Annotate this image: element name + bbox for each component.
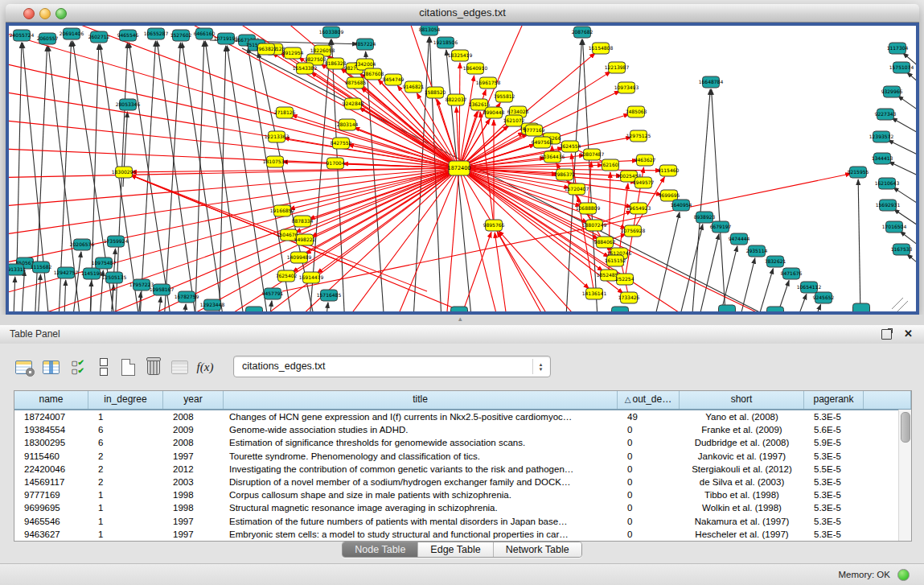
column-header-out_de[interactable]: △out_de… — [618, 391, 680, 409]
table-row[interactable]: 1872400712008Changes of HCN gene express… — [14, 410, 899, 423]
column-header-label: year — [183, 393, 202, 405]
graph-node[interactable] — [767, 307, 784, 312]
graph-node-label: 2718126 — [274, 109, 296, 115]
graph-edge — [162, 43, 180, 312]
graph-node-label: 2060557 — [37, 35, 59, 41]
graph-edge — [443, 168, 459, 312]
window-title: citations_edges.txt — [6, 6, 919, 19]
table-row[interactable]: 2242004622012Investigating the contribut… — [14, 463, 899, 476]
vertical-scrollbar[interactable] — [898, 410, 911, 541]
graph-node-label: 1949577 — [633, 179, 655, 185]
table-cell: 6 — [88, 423, 163, 436]
new-column-button[interactable] — [117, 356, 138, 377]
scrollbar-thumb[interactable] — [901, 412, 910, 443]
table-row[interactable]: 1938455462009Genome-wide association stu… — [14, 423, 899, 436]
graph-edge — [9, 114, 459, 168]
graph-node-label: 15716485 — [317, 292, 342, 298]
graph-node[interactable] — [451, 307, 468, 312]
table-row[interactable]: 946554611997Estimation of the future num… — [14, 515, 899, 528]
table-cell: Disruption of a novel member of a sodium… — [224, 476, 618, 488]
table-settings-button[interactable] — [13, 356, 34, 377]
panel-divider[interactable]: ▴ — [0, 315, 924, 325]
graph-edge — [892, 117, 916, 146]
graph-node-label: 9457791 — [262, 290, 284, 296]
graph-node[interactable] — [246, 307, 263, 312]
graph-edge — [73, 252, 81, 312]
table-selector-value: citations_edges.txt — [242, 360, 326, 372]
table-row[interactable]: 1456911722003Disruption of a novel membe… — [14, 476, 899, 488]
graph-node-label: 18300295 — [112, 169, 137, 175]
table-cell: 22420046 — [14, 463, 88, 476]
graph-node[interactable] — [719, 305, 736, 312]
column-header-title[interactable]: title — [224, 391, 618, 409]
sort-ascending-icon: △ — [625, 395, 631, 404]
table-row[interactable]: 946362711997Embryonic stem cells: a mode… — [14, 528, 899, 541]
table-cell: 9777169 — [14, 488, 88, 501]
table-cell: Franke et al. (2009) — [680, 423, 804, 436]
graph-node-label: 6679197 — [710, 224, 732, 229]
graph-node[interactable] — [612, 307, 629, 312]
column-header-name[interactable]: name — [14, 391, 88, 409]
close-panel-icon[interactable]: ✕ — [904, 328, 913, 340]
table-cell: 0 — [618, 436, 680, 449]
table-cell: 5.3E-5 — [804, 410, 864, 423]
show-columns-button[interactable]: ▢✔▢✔ — [68, 356, 88, 377]
table-cell: 2008 — [163, 436, 224, 449]
graph-node-label: 1733426 — [618, 295, 640, 300]
table-cell: Genome-wide association studies in ADHD. — [224, 423, 618, 436]
table-panel-header: Table Panel ✕ — [0, 325, 924, 344]
graph-node-label: 1588520 — [425, 89, 446, 95]
table-row[interactable]: 1830029562008Estimation of significance … — [14, 436, 899, 449]
table-cell: 9465546 — [14, 515, 88, 528]
table-row[interactable]: 977716911998Corpus callosum shape and si… — [14, 488, 899, 501]
float-panel-icon[interactable] — [881, 329, 892, 340]
graph-node-label: 1344413 — [872, 155, 893, 161]
graph-node-label: 12393572 — [869, 134, 894, 139]
graph-node-label: 2867608 — [363, 71, 384, 76]
application: citations_edges.txt 18724009660128891295… — [0, 0, 924, 585]
function-builder-button[interactable]: f(x) — [195, 356, 216, 377]
graph-node-label: 1872400 — [448, 165, 471, 171]
delete-column-button[interactable] — [143, 356, 164, 377]
table-row[interactable]: 911546021997Tourette syndrome. Phenomeno… — [14, 450, 899, 463]
table-cell: 1 — [88, 515, 163, 528]
graph-node-label: 15692931 — [876, 202, 901, 208]
column-header-label: out_de… — [633, 393, 672, 405]
graph-node-label: 9227343 — [875, 111, 897, 117]
graph-node-label: 7832621 — [765, 258, 786, 264]
row-mode-button[interactable] — [93, 356, 114, 377]
graph-edge — [13, 277, 15, 312]
graph-node-label: 9827503 — [305, 56, 326, 62]
column-header-pagerank[interactable]: pagerank — [804, 391, 864, 409]
graph-node[interactable] — [853, 303, 870, 312]
table-cell: Tourette syndrome. Phenomenology and cla… — [224, 450, 618, 463]
tab-node-table[interactable]: Node Table — [343, 542, 418, 557]
column-header-in_degree[interactable]: in_degree — [88, 391, 163, 409]
graph-node-label: 14099489 — [287, 254, 312, 260]
graph-node-label: 6497568 — [532, 139, 553, 145]
graph-node-label: 16914479 — [299, 274, 324, 280]
network-canvas[interactable]: 1872400966012889129541822605898275031654… — [6, 23, 919, 315]
graph-node-label: 2935114 — [746, 248, 768, 253]
table-row[interactable]: 969969511998Structural magnetic resonanc… — [14, 501, 899, 514]
tab-network-table[interactable]: Network Table — [494, 542, 581, 557]
graph-edge — [459, 168, 813, 312]
graph-node-label: 8454749 — [383, 76, 405, 82]
graph-edge — [21, 270, 24, 312]
table-cell: 2003 — [163, 476, 224, 488]
tab-edge-table[interactable]: Edge Table — [418, 542, 493, 557]
graph-node-label: 1117304 — [887, 45, 909, 51]
graph-node-label: 19166852 — [270, 208, 295, 213]
graph-node-label: 2803144 — [337, 122, 359, 127]
graph-node-label: 3913311 — [9, 266, 27, 272]
graph-node-label: 12505135 — [102, 274, 127, 280]
graph-node-label: 9463627 — [634, 157, 656, 163]
divider-grip-icon[interactable]: ▴ — [458, 315, 462, 323]
table-selector-dropdown[interactable]: citations_edges.txt ▲▼ — [233, 356, 551, 377]
graph-edge — [858, 179, 861, 312]
column-header-year[interactable]: year — [163, 391, 224, 409]
column-header-short[interactable]: short — [680, 391, 804, 409]
window-titlebar[interactable]: citations_edges.txt — [6, 4, 919, 23]
citation-network-graph: 1872400966012889129541822605898275031654… — [9, 26, 916, 312]
select-column-button[interactable] — [40, 356, 61, 377]
